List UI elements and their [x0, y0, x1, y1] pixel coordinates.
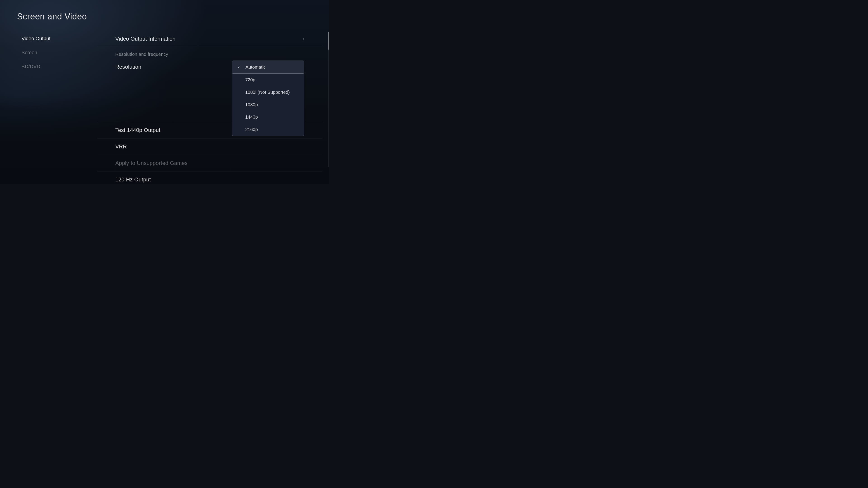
- apply-unsupported-row[interactable]: Apply to Unsupported Games: [97, 155, 322, 171]
- vrr-label: VRR: [115, 143, 127, 150]
- dropdown-option-automatic-label: Automatic: [246, 65, 266, 70]
- check-icon: ✓: [238, 65, 242, 69]
- video-output-info-row[interactable]: Video Output Information ›: [97, 32, 322, 46]
- scrollbar-thumb: [328, 32, 329, 50]
- 120hz-label: 120 Hz Output: [115, 176, 151, 183]
- dropdown-option-1080p-label: 1080p: [245, 102, 258, 107]
- page-title: Screen and Video: [17, 12, 87, 22]
- sidebar-item-video-output[interactable]: Video Output: [17, 32, 89, 46]
- dropdown-option-1080i[interactable]: 1080i (Not Supported): [232, 86, 304, 98]
- video-output-info-label: Video Output Information: [115, 36, 176, 42]
- test-1440p-label: Test 1440p Output: [115, 127, 160, 133]
- 120hz-row[interactable]: 120 Hz Output: [97, 171, 322, 184]
- sidebar: Video Output Screen BD/DVD: [17, 32, 89, 74]
- sidebar-item-bddvd[interactable]: BD/DVD: [17, 60, 89, 74]
- dropdown-option-1080i-label: 1080i (Not Supported): [245, 90, 290, 95]
- dropdown-option-automatic[interactable]: ✓ Automatic: [232, 61, 304, 74]
- arrow-icon: ›: [303, 37, 304, 41]
- dropdown-option-720p-label: 720p: [245, 77, 255, 83]
- dropdown-option-1440p[interactable]: 1440p: [232, 111, 304, 123]
- resolution-label: Resolution: [115, 64, 141, 70]
- dropdown-option-2160p-label: 2160p: [245, 127, 258, 132]
- resolution-row[interactable]: Resolution ✓ Automatic 720p 1080i (Not S…: [97, 59, 322, 122]
- section-header: Resolution and frequency: [97, 46, 322, 59]
- main-content: Video Output Information › Resolution an…: [97, 32, 322, 177]
- dropdown-option-720p[interactable]: 720p: [232, 74, 304, 86]
- sidebar-item-screen[interactable]: Screen: [17, 46, 89, 60]
- resolution-dropdown[interactable]: ✓ Automatic 720p 1080i (Not Supported) 1…: [232, 61, 304, 136]
- dropdown-option-1440p-label: 1440p: [245, 115, 258, 120]
- vrr-row[interactable]: VRR: [97, 138, 322, 155]
- scrollbar[interactable]: [328, 32, 329, 167]
- dropdown-option-2160p[interactable]: 2160p: [232, 123, 304, 136]
- dropdown-option-1080p[interactable]: 1080p: [232, 98, 304, 111]
- apply-unsupported-label: Apply to Unsupported Games: [115, 160, 188, 166]
